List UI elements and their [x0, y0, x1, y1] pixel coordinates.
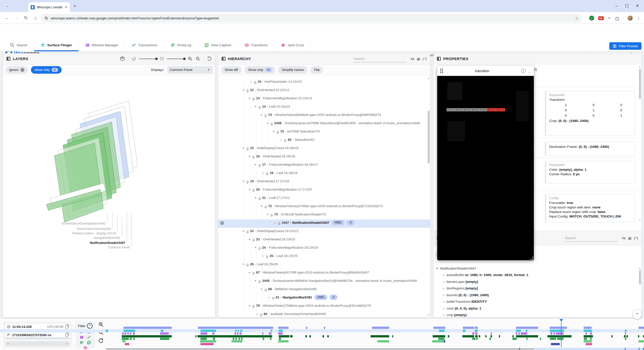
forward-icon[interactable]: → — [12, 15, 21, 21]
trace-entry[interactable] — [611, 335, 613, 337]
tree-row[interactable]: ▾72- WindowToken{a2746de type=2040 andro… — [218, 203, 430, 211]
trace-entry[interactable] — [279, 338, 281, 340]
scroll-up-icon[interactable]: ▲ — [639, 267, 641, 270]
extension-scissors-icon[interactable]: ✂ — [608, 16, 611, 20]
trace-entry[interactable] — [234, 332, 236, 335]
trace-entry[interactable] — [638, 327, 644, 329]
collapse-chevron-icon[interactable]: ▾ — [261, 203, 264, 209]
tree-row[interactable]: ▾75- ed70f88 StatusBar#75 — [218, 128, 430, 137]
trace-entry[interactable] — [377, 340, 389, 342]
collapse-chevron-icon[interactable]: ▾ — [249, 236, 252, 243]
trace-entry[interactable] — [499, 335, 500, 337]
trace-entry[interactable] — [305, 335, 307, 337]
tab-transitions[interactable]: Transitions — [238, 39, 274, 51]
profile-avatar[interactable] — [628, 16, 633, 21]
trace-entry[interactable] — [625, 338, 626, 340]
trace-entry[interactable] — [476, 338, 478, 340]
trace-entry[interactable] — [586, 343, 592, 345]
property-item[interactable]: barrierLayer: [empty] — [443, 279, 638, 285]
trace-entry[interactable] — [200, 330, 216, 332]
hierarchy-search-input[interactable]: Search — [354, 55, 407, 62]
address-bar[interactable]: winscope.teams.x20web.corp.google.com/pr… — [41, 14, 582, 22]
trace-entry[interactable] — [200, 332, 207, 335]
filter-presets-button[interactable]: Filter Presets — [609, 42, 641, 50]
trace-entry[interactable] — [324, 327, 325, 329]
trace-entry[interactable] — [475, 335, 478, 337]
tab-close-icon[interactable]: ✕ — [65, 5, 67, 9]
copy-icon[interactable] — [65, 325, 68, 328]
tree-row[interactable]: ▾24- FullscreenMagnification:18:23#24 — [218, 244, 430, 253]
transitions-trace-icon[interactable] — [84, 346, 87, 350]
trace-entry[interactable] — [278, 327, 289, 329]
trace-entry[interactable] — [262, 332, 263, 335]
match-tool-ab[interactable]: ab — [628, 236, 631, 240]
trace-entry[interactable] — [241, 338, 243, 340]
trace-entry[interactable] — [472, 332, 474, 335]
trace-entry[interactable] — [462, 335, 474, 337]
trace-entry[interactable] — [323, 335, 324, 337]
pin-icon[interactable] — [252, 188, 255, 195]
ignore-chip[interactable]: Ignore — [6, 66, 28, 74]
search-match-tools[interactable]: Aaab(.*) — [411, 57, 427, 61]
trace-entry[interactable] — [625, 330, 627, 332]
zoom-out-icon[interactable] — [196, 57, 200, 61]
chip-simplify-names[interactable]: Simplify names — [278, 66, 307, 74]
playhead[interactable] — [561, 322, 561, 347]
collapse-chevron-icon[interactable]: ▾ — [267, 211, 270, 218]
trace-entry[interactable] — [270, 338, 271, 340]
collapse-chevron-icon[interactable]: ▾ — [243, 87, 246, 93]
trace-entry[interactable] — [479, 335, 480, 337]
range-selection[interactable] — [534, 348, 644, 350]
trace-entry[interactable] — [643, 335, 644, 337]
tree-row[interactable]: ▾3448- Surface(name=ed70f88 StatusBar)/@… — [218, 120, 430, 128]
timeline-reset-zoom-icon[interactable] — [99, 338, 103, 343]
trace-entry[interactable] — [106, 330, 108, 332]
trace-entry[interactable] — [269, 332, 271, 335]
property-item[interactable]: color: (0, 0, 0), alpha: 1 — [443, 305, 638, 312]
collapse-chevron-icon[interactable]: ▾ — [255, 244, 258, 251]
trace-entry[interactable] — [238, 338, 240, 340]
scroll-up-icon[interactable]: ▲ — [639, 65, 641, 68]
trace-entry[interactable] — [590, 338, 592, 340]
trace-entry[interactable] — [290, 335, 293, 337]
zoom-in-icon[interactable] — [188, 57, 192, 61]
match-tool-ab[interactable]: ab — [417, 57, 420, 61]
tab-protolog[interactable]: ProtoLog — [164, 39, 198, 51]
tree-row[interactable]: ▾23- OneHanded:18:23#23 — [218, 236, 430, 244]
trace-entry[interactable] — [233, 338, 234, 340]
back-icon[interactable]: ← — [2, 15, 12, 21]
bookmark-star-icon[interactable]: ☆ — [575, 16, 579, 21]
tab-jank-cujs[interactable]: Jank CUJs — [274, 39, 311, 51]
track-transactions[interactable] — [106, 335, 644, 337]
reload-icon[interactable]: ↻ — [21, 15, 31, 21]
info-icon[interactable]: i — [521, 69, 526, 73]
trace-entry[interactable] — [123, 340, 125, 342]
pin-icon[interactable] — [272, 296, 274, 302]
trace-entry[interactable] — [200, 343, 214, 345]
track-surface-flinger[interactable] — [106, 330, 644, 332]
trace-entry[interactable] — [584, 330, 592, 332]
scroll-up-icon[interactable]: ▲ — [427, 77, 430, 79]
trace-entry[interactable] — [327, 335, 329, 337]
pin-icon[interactable] — [246, 230, 249, 236]
pin-icon[interactable] — [252, 97, 255, 103]
trace-entry[interactable] — [124, 327, 172, 329]
trace-entry[interactable] — [200, 340, 216, 342]
trace-entry[interactable] — [127, 332, 129, 335]
pin-icon[interactable] — [246, 180, 249, 186]
pin-icon[interactable] — [276, 130, 279, 137]
trace-entry[interactable] — [584, 338, 587, 340]
collapse-chevron-icon[interactable]: ▾ — [255, 278, 258, 284]
trace-entry[interactable] — [198, 327, 273, 329]
collapse-chevron-icon[interactable]: ▾ — [249, 186, 252, 193]
pin-icon[interactable] — [246, 263, 249, 269]
tree-row[interactable]: 81- NavigationBar0#81HWCV — [218, 294, 430, 302]
trace-entry[interactable] — [212, 332, 214, 335]
trace-entry[interactable] — [124, 330, 135, 332]
trace-entry[interactable] — [278, 332, 283, 335]
trace-entry[interactable] — [433, 327, 445, 329]
pin-icon[interactable] — [258, 163, 261, 170]
collapse-chevron-icon[interactable]: ▾ — [255, 195, 258, 201]
trace-entry[interactable] — [122, 338, 129, 340]
trace-entry[interactable] — [200, 338, 207, 340]
